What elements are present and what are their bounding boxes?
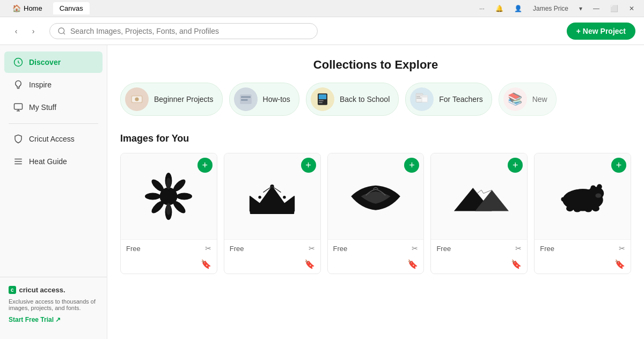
- collection-card-teachers[interactable]: For Teachers: [405, 83, 492, 116]
- cricut-badge: c: [9, 286, 16, 294]
- inspire-icon: [13, 79, 24, 90]
- svg-point-32: [283, 196, 286, 199]
- price-mountain: Free: [436, 245, 451, 253]
- svg-rect-15: [416, 97, 420, 97]
- add-bear-button[interactable]: +: [611, 158, 626, 173]
- bookmark-sunflower[interactable]: 🔖: [201, 259, 211, 269]
- my-stuff-icon: [13, 102, 24, 113]
- discover-label: Discover: [29, 58, 61, 67]
- tab-canvas-label: Canvas: [60, 4, 83, 12]
- sidebar-item-heat-guide[interactable]: Heat Guide: [4, 151, 103, 172]
- image-thumb-lips: +: [328, 153, 424, 239]
- discover-icon: [13, 57, 24, 68]
- sidebar-promo: c cricut access. Exclusive access to tho…: [0, 277, 107, 333]
- collections-row: Beginner Projects How-tos: [120, 83, 631, 116]
- collection-card-howtos[interactable]: How-tos: [229, 83, 299, 116]
- back-button[interactable]: ‹: [9, 24, 24, 39]
- collection-label-teachers: For Teachers: [439, 95, 482, 104]
- images-section: Images for You +: [107, 124, 644, 283]
- maximize-button[interactable]: ⬜: [607, 4, 621, 13]
- svg-rect-12: [319, 102, 323, 103]
- add-mountain-button[interactable]: +: [508, 158, 523, 173]
- svg-point-5: [135, 97, 138, 101]
- heat-guide-label: Heat Guide: [29, 157, 67, 166]
- notifications-bell[interactable]: 🔔: [492, 4, 507, 13]
- image-card-bear[interactable]: +: [534, 153, 631, 274]
- tab-home-label: Home: [24, 4, 42, 12]
- cricut-access-logo: c cricut access.: [9, 286, 98, 294]
- price-bear: Free: [540, 245, 554, 253]
- inspire-label: Inspire: [29, 80, 52, 89]
- sidebar-item-my-stuff[interactable]: My Stuff: [4, 97, 103, 118]
- price-crown: Free: [230, 245, 244, 253]
- minimize-button[interactable]: —: [590, 4, 603, 13]
- collection-card-beginner[interactable]: Beginner Projects: [120, 83, 223, 116]
- tab-canvas[interactable]: Canvas: [53, 2, 90, 14]
- svg-rect-33: [250, 209, 295, 214]
- cricut-access-icon: [13, 134, 24, 144]
- svg-point-37: [590, 185, 596, 190]
- add-sunflower-button[interactable]: +: [197, 158, 213, 173]
- svg-point-23: [177, 193, 192, 200]
- svg-rect-10: [319, 94, 326, 99]
- nav-arrows: ‹ ›: [9, 24, 41, 39]
- start-free-trial-link[interactable]: Start Free Trial ↗: [9, 316, 61, 323]
- svg-point-38: [597, 184, 602, 189]
- sidebar-item-cricut-access[interactable]: Cricut Access: [4, 128, 103, 150]
- add-lips-button[interactable]: +: [404, 158, 419, 173]
- bookmark-mountain[interactable]: 🔖: [511, 259, 522, 269]
- svg-point-40: [566, 205, 574, 211]
- image-footer-bear: Free ✂: [535, 239, 631, 257]
- bookmark-crown[interactable]: 🔖: [304, 259, 315, 269]
- collection-card-new[interactable]: 📚 New: [499, 83, 557, 116]
- image-thumb-bear: +: [535, 153, 631, 239]
- add-crown-button[interactable]: +: [301, 158, 316, 173]
- sidebar-item-discover[interactable]: Discover: [4, 51, 103, 73]
- content-area: Collections to Explore Beginner Projects: [107, 45, 644, 339]
- cricut-access-description: Exclusive access to thousands of images,…: [9, 298, 98, 311]
- collection-thumb-new: 📚: [503, 87, 527, 111]
- home-icon: 🏠: [13, 5, 20, 12]
- collections-section: Collections to Explore Beginner Projects: [107, 45, 644, 124]
- image-thumb-sunflower: +: [121, 153, 217, 239]
- svg-point-28: [166, 178, 171, 189]
- bookmark-lips[interactable]: 🔖: [407, 259, 418, 269]
- cricut-access-title: cricut access.: [19, 286, 65, 294]
- bookmark-row-sunflower: 🔖: [121, 257, 217, 274]
- tab-home[interactable]: 🏠 Home: [6, 2, 49, 14]
- bookmark-row-bear: 🔖: [535, 257, 631, 274]
- forward-button[interactable]: ›: [26, 24, 41, 39]
- new-project-button[interactable]: + New Project: [567, 23, 635, 40]
- close-button[interactable]: ✕: [626, 4, 638, 13]
- svg-point-31: [259, 196, 262, 199]
- image-thumb-mountain: +: [431, 153, 527, 239]
- image-card-sunflower[interactable]: +: [120, 153, 217, 274]
- svg-point-42: [584, 207, 592, 212]
- svg-rect-7: [241, 97, 251, 98]
- header-right: + New Project: [567, 23, 635, 40]
- svg-point-0: [58, 28, 64, 34]
- svg-rect-2: [14, 104, 23, 109]
- image-card-lips[interactable]: + Free ✂ 🔖: [327, 153, 425, 274]
- image-card-crown[interactable]: + Free ✂: [224, 153, 321, 274]
- image-footer-crown: Free ✂: [224, 239, 320, 257]
- collection-card-school[interactable]: Back to School: [306, 83, 399, 116]
- svg-point-44: [561, 197, 565, 201]
- svg-point-39: [595, 194, 601, 198]
- search-input[interactable]: [70, 27, 310, 35]
- bookmark-bear[interactable]: 🔖: [614, 259, 625, 269]
- scissors-icon-4: ✂: [515, 244, 522, 253]
- svg-point-41: [573, 207, 581, 212]
- heat-guide-icon: [13, 156, 24, 167]
- collection-label-howtos: How-tos: [263, 95, 290, 104]
- user-chevron-icon[interactable]: ▾: [576, 4, 586, 13]
- collection-thumb-school: [311, 87, 334, 111]
- sidebar-item-inspire[interactable]: Inspire: [4, 74, 103, 95]
- collection-label-school: Back to School: [340, 95, 390, 104]
- image-card-mountain[interactable]: + Free ✂ 🔖: [430, 153, 528, 274]
- svg-rect-18: [422, 96, 427, 98]
- svg-point-22: [145, 193, 160, 200]
- more-options-button[interactable]: ···: [476, 4, 488, 13]
- window-controls: ··· 🔔 👤 James Price ▾ — ⬜ ✕: [476, 4, 638, 13]
- bookmark-row-crown: 🔖: [224, 257, 320, 274]
